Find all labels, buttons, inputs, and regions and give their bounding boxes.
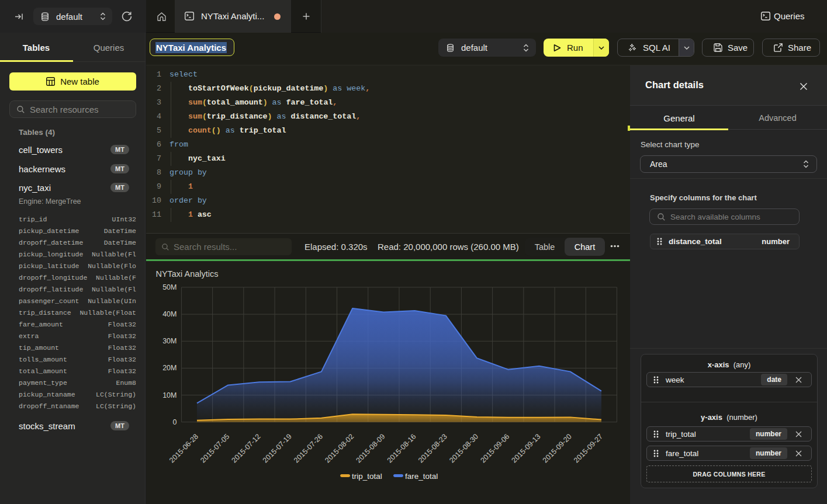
svg-text:2015-07-26: 2015-07-26 [292,432,324,464]
svg-text:2015-08-16: 2015-08-16 [386,432,418,464]
svg-text:0: 0 [172,418,177,426]
svg-text:50M: 50M [162,283,177,291]
svg-text:30M: 30M [162,337,177,345]
svg-text:2015-08-30: 2015-08-30 [448,432,480,464]
svg-text:2015-08-02: 2015-08-02 [323,432,355,464]
svg-text:2015-06-28: 2015-06-28 [168,432,200,464]
svg-text:20M: 20M [162,364,177,372]
svg-text:2015-09-20: 2015-09-20 [541,432,573,464]
svg-text:2015-09-13: 2015-09-13 [510,432,542,464]
svg-text:NYTaxi Analytics: NYTaxi Analytics [155,269,218,278]
svg-text:2015-09-06: 2015-09-06 [479,432,511,464]
svg-text:2015-08-23: 2015-08-23 [417,432,449,464]
svg-text:2015-07-05: 2015-07-05 [199,432,231,464]
svg-text:2015-09-27: 2015-09-27 [572,432,604,464]
svg-text:2015-07-19: 2015-07-19 [261,432,293,464]
svg-text:fare_total: fare_total [405,471,438,480]
svg-text:2015-08-09: 2015-08-09 [355,432,387,464]
svg-text:trip_total: trip_total [352,471,382,480]
svg-text:40M: 40M [162,310,177,318]
svg-text:2015-07-12: 2015-07-12 [230,432,262,464]
svg-text:10M: 10M [162,391,177,399]
